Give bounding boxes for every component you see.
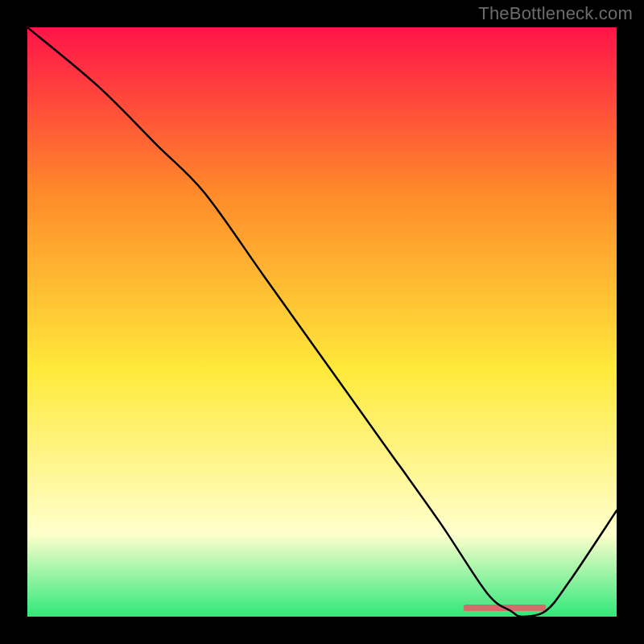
- gradient-background: [27, 27, 617, 617]
- chart-frame: TheBottleneck.com: [0, 0, 644, 644]
- chart-svg: [27, 27, 617, 617]
- plot-area: [27, 27, 617, 617]
- watermark-text: TheBottleneck.com: [478, 3, 633, 24]
